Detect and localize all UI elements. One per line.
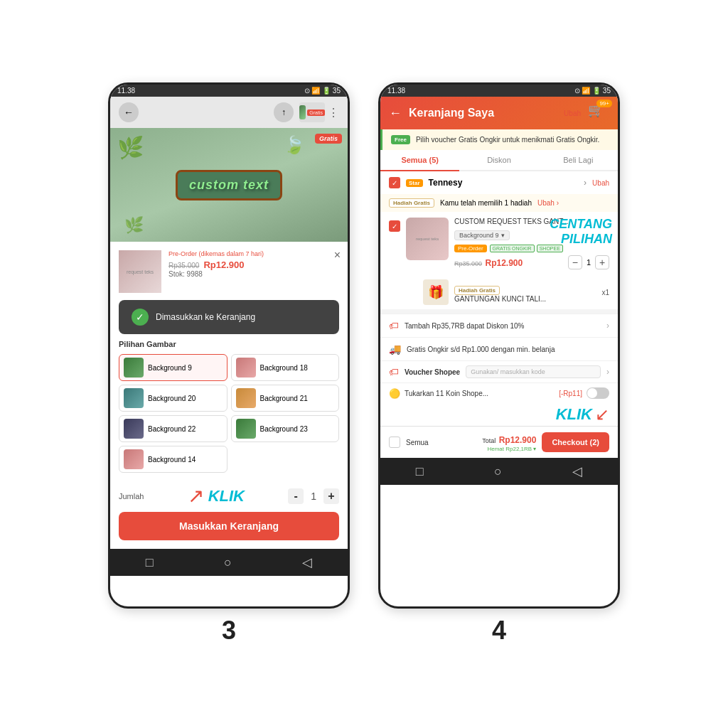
- variant-bg14[interactable]: Background 14: [119, 446, 228, 473]
- ubah-link-top[interactable]: Ubah: [564, 109, 581, 117]
- variant-thumb-bg23: [236, 419, 256, 439]
- stock-info: Stok: 9988: [168, 270, 339, 278]
- nav-square-4[interactable]: □: [416, 464, 424, 479]
- coins-row[interactable]: 🟡 Tukarkan 11 Koin Shope... [-Rp11]: [380, 382, 618, 403]
- hadiah-ubah[interactable]: Ubah ›: [537, 199, 559, 207]
- hemat-label: Hemat Rp22,1RB ▾: [434, 446, 537, 452]
- gift-qty: x1: [601, 289, 609, 296]
- variant-bg18[interactable]: Background 18: [231, 354, 340, 381]
- nav-triangle[interactable]: ◁: [302, 555, 312, 570]
- nav-bar-3: □ ○ ◁: [110, 549, 348, 576]
- pilihan-gambar-label: Pilihan Gambar: [119, 340, 339, 348]
- variant-bg20[interactable]: Background 20: [119, 385, 228, 412]
- nav-circle-4[interactable]: ○: [494, 464, 502, 479]
- variant-bg23[interactable]: Background 23: [231, 415, 340, 442]
- variant-chip-arrow: ▾: [501, 232, 505, 239]
- ubah-seller[interactable]: Ubah: [592, 179, 609, 187]
- star-badge: Star: [406, 179, 423, 187]
- variant-thumb-bg14: [124, 449, 144, 469]
- gratis-badge: Gratis: [315, 134, 342, 144]
- discount-info-row[interactable]: 🏷 Tambah Rp35,7RB dapat Diskon 10% ›: [380, 314, 618, 337]
- quantity-row: Jumlah ↗ KLIK - 1 +: [119, 480, 339, 512]
- ongkir-text: Gratis Ongkir s/d Rp1.000 dengan min. be…: [407, 346, 609, 353]
- coin-toggle[interactable]: [587, 387, 609, 399]
- gift-item: 🎁 Hadiah Gratis GANTUNGAN KUNCI TALI... …: [380, 275, 618, 309]
- discount-text: Tambah Rp35,7RB dapat Diskon 10%: [405, 322, 601, 330]
- gift-hadiah-badge: Hadiah Gratis: [454, 286, 500, 295]
- klik-annotation-4: KLIK ↙: [380, 403, 618, 426]
- nav-bar-4: □ ○ ◁: [380, 458, 618, 485]
- variant-thumb-bg18: [236, 358, 256, 378]
- tab-semua[interactable]: Semua (5): [380, 150, 459, 171]
- total-section: Total Rp12.900 Hemat Rp22,1RB ▾: [434, 433, 537, 452]
- voucher-input-row[interactable]: 🏷 Voucher Shopee Gunakan/ masukkan kode …: [380, 360, 618, 382]
- gift-details: Hadiah Gratis GANTUNGAN KUNCI TALI...: [454, 282, 596, 303]
- checkout-button[interactable]: Checkout (2): [542, 432, 609, 452]
- variant-thumb-bg20: [124, 388, 144, 408]
- variant-bg21[interactable]: Background 21: [231, 385, 340, 412]
- cart-icon[interactable]: 🛒 99+: [588, 102, 609, 124]
- nav-triangle-4[interactable]: ◁: [572, 464, 582, 479]
- variant-label-bg23: Background 23: [260, 425, 308, 433]
- gift-title: GANTUNGAN KUNCI TALI...: [454, 295, 596, 303]
- select-all-checkbox[interactable]: [389, 437, 400, 448]
- cart-topbar: ← Keranjang Saya Ubah 🛒 99+: [380, 97, 618, 129]
- variant-bg22[interactable]: Background 22: [119, 415, 228, 442]
- klik-arrow-icon: ↗: [188, 484, 204, 508]
- item-price: Rp12.900: [486, 258, 523, 268]
- nav-square[interactable]: □: [146, 555, 154, 570]
- variant-thumb-bg9: [124, 358, 144, 378]
- variant-label-bg18: Background 18: [260, 364, 308, 372]
- variant-grid: Background 9 Background 18 Background 20…: [119, 354, 339, 473]
- coin-text: Tukarkan 11 Koin Shope...: [405, 390, 555, 397]
- ongkir-info-row[interactable]: 🚚 Gratis Ongkir s/d Rp1.000 dengan min. …: [380, 337, 618, 360]
- status-icons-3: ⊙ 📶 🔋 35: [304, 87, 341, 95]
- status-bar-4: 11.38 ⊙ 📶 🔋 35: [380, 85, 618, 97]
- toast-notification: ✓ Dimasukkan ke Keranjang: [119, 300, 339, 334]
- item-thumbnail: request teks: [406, 218, 449, 260]
- product-thumb-small: Gratis: [299, 102, 325, 122]
- cart-badge: 99+: [596, 100, 612, 107]
- more-options[interactable]: ⋮: [328, 106, 339, 119]
- klik-section: 🟡 Tukarkan 11 Koin Shope... [-Rp11] KLIK…: [380, 382, 618, 426]
- variant-chip[interactable]: Background 9 ▾: [454, 230, 510, 240]
- item-checkbox[interactable]: ✓: [389, 220, 400, 232]
- voucher-arrow-icon: ›: [606, 367, 609, 377]
- item-qty-plus[interactable]: +: [595, 255, 609, 269]
- seller-arrow-icon: ›: [584, 178, 587, 188]
- sheet-header: request teks Pre-Order (dikemas dalam 7 …: [119, 250, 339, 293]
- gratis-chip: GRATIS ONGKIR: [490, 245, 535, 252]
- phone-4: 11.38 ⊙ 📶 🔋 35 ← Keranjang Saya Ubah 🛒 9…: [378, 82, 620, 609]
- item-original-price: Rp35.000: [454, 260, 482, 267]
- voucher-banner[interactable]: Free Pilih voucher Gratis Ongkir untuk m…: [380, 129, 618, 150]
- phone-3: 11.38 ⊙ 📶 🔋 35 ← ↑ Gratis ⋮: [108, 82, 350, 609]
- share-button[interactable]: ↑: [274, 102, 294, 122]
- back-button-4[interactable]: ←: [389, 106, 402, 121]
- toast-message: Dimasukkan ke Keranjang: [156, 312, 255, 322]
- qty-plus-button[interactable]: +: [323, 488, 339, 504]
- klik-text: KLIK: [208, 487, 245, 505]
- free-badge: Free: [391, 135, 410, 144]
- product-info: Pre-Order (dikemas dalam 7 hari) Rp35.00…: [168, 250, 339, 278]
- close-sheet-button[interactable]: ×: [334, 249, 341, 262]
- back-button[interactable]: ←: [119, 102, 139, 122]
- cart-bottom-bar: Semua Total Rp12.900 Hemat Rp22,1RB ▾ Ch…: [380, 426, 618, 458]
- nav-circle[interactable]: ○: [224, 555, 232, 570]
- status-bar-3: 11.38 ⊙ 📶 🔋 35: [110, 85, 348, 97]
- total-label: Total: [482, 437, 496, 444]
- centang-pilihan-annotation: CENTANG PILIHAN: [550, 218, 612, 247]
- tab-beli-lagi[interactable]: Beli Lagi: [539, 150, 618, 171]
- variant-bg9[interactable]: Background 9: [119, 354, 228, 381]
- gift-icon: 🎁: [423, 279, 449, 305]
- status-icons-4: ⊙ 📶 🔋 35: [574, 87, 611, 95]
- seller-checkbox[interactable]: ✓: [389, 177, 400, 188]
- add-to-cart-button[interactable]: Masukkan Keranjang: [119, 512, 339, 540]
- cart-item-container: ✓ request teks CUSTOM REQUEST TEKS GANT.…: [380, 212, 618, 275]
- step-number-4: 4: [492, 616, 506, 646]
- qty-minus-button[interactable]: -: [288, 488, 304, 504]
- hadiah-text: Kamu telah memilih 1 hadiah: [440, 199, 532, 207]
- item-qty-minus[interactable]: −: [568, 255, 582, 269]
- voucher-input[interactable]: Gunakan/ masukkan kode: [466, 365, 601, 378]
- voucher-text: Pilih voucher Gratis Ongkir untuk menikm…: [416, 136, 599, 144]
- tab-diskon[interactable]: Diskon: [459, 150, 538, 171]
